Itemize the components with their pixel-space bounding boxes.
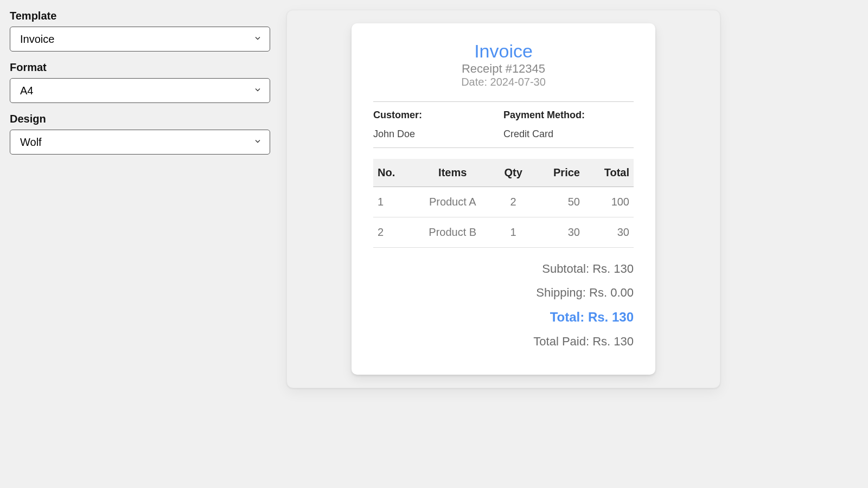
- design-label: Design: [10, 113, 270, 125]
- customer-value: John Doe: [373, 129, 503, 140]
- cell-item: Product A: [411, 187, 494, 217]
- chevron-down-icon: [253, 136, 262, 149]
- col-qty: Qty: [494, 159, 533, 187]
- divider: [373, 147, 634, 148]
- cell-total: 100: [584, 187, 634, 217]
- total-paid-line: Total Paid: Rs. 130: [373, 335, 634, 349]
- invoice-date: Date: 2024-07-30: [373, 76, 634, 88]
- chevron-down-icon: [253, 33, 262, 46]
- subtotal-line: Subtotal: Rs. 130: [373, 262, 634, 276]
- design-select[interactable]: Wolf: [10, 130, 270, 155]
- chevron-down-icon: [253, 85, 262, 97]
- totals-block: Subtotal: Rs. 130 Shipping: Rs. 0.00 Tot…: [373, 262, 634, 349]
- format-select[interactable]: A4: [10, 78, 270, 103]
- cell-no: 2: [373, 217, 411, 248]
- cell-qty: 2: [494, 187, 533, 217]
- invoice-card: Invoice Receipt #12345 Date: 2024-07-30 …: [352, 23, 655, 375]
- invoice-title: Invoice: [373, 41, 634, 62]
- template-select-value: Invoice: [20, 33, 54, 46]
- cell-price: 50: [533, 187, 584, 217]
- payment-method-value: Credit Card: [503, 129, 634, 140]
- preview-panel: Invoice Receipt #12345 Date: 2024-07-30 …: [286, 10, 720, 388]
- cell-total: 30: [584, 217, 634, 248]
- total-line: Total: Rs. 130: [373, 310, 634, 325]
- cell-no: 1: [373, 187, 411, 217]
- divider: [373, 101, 634, 102]
- format-label: Format: [10, 61, 270, 74]
- cell-price: 30: [533, 217, 584, 248]
- cell-qty: 1: [494, 217, 533, 248]
- col-price: Price: [533, 159, 584, 187]
- info-row: Customer: John Doe Payment Method: Credi…: [373, 110, 634, 140]
- col-total: Total: [584, 159, 634, 187]
- cell-item: Product B: [411, 217, 494, 248]
- items-table: No. Items Qty Price Total 1 Product A 2 …: [373, 159, 634, 248]
- col-no: No.: [373, 159, 411, 187]
- template-select[interactable]: Invoice: [10, 27, 270, 52]
- shipping-line: Shipping: Rs. 0.00: [373, 286, 634, 300]
- table-row: 1 Product A 2 50 100: [373, 187, 634, 217]
- template-label: Template: [10, 10, 270, 22]
- design-select-value: Wolf: [20, 136, 42, 149]
- settings-sidebar: Template Invoice Format A4 Design Wolf: [10, 10, 270, 388]
- customer-label: Customer:: [373, 110, 503, 121]
- receipt-number: Receipt #12345: [373, 62, 634, 76]
- table-row: 2 Product B 1 30 30: [373, 217, 634, 248]
- payment-method-label: Payment Method:: [503, 110, 634, 121]
- col-items: Items: [411, 159, 494, 187]
- format-select-value: A4: [20, 85, 33, 97]
